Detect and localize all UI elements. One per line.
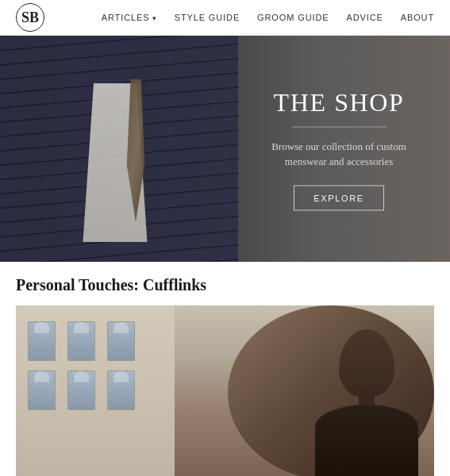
hero-title: THE SHOP <box>252 87 426 117</box>
window-2 <box>67 321 95 361</box>
site-header: SB ARTICLES STYLE GUIDE GROOM GUIDE ADVI… <box>0 0 450 36</box>
article-image[interactable] <box>16 305 434 476</box>
hero-banner: THE SHOP Browse our collection of custom… <box>0 36 450 262</box>
man-shoulders <box>315 405 418 476</box>
nav-style-guide[interactable]: STYLE GUIDE <box>175 13 240 22</box>
building-background <box>16 305 175 476</box>
window-4 <box>28 370 56 410</box>
window-1 <box>28 321 56 361</box>
site-logo[interactable]: SB <box>16 3 44 32</box>
hero-suit-figure <box>0 36 238 262</box>
hero-subtitle: Browse our collection of custom menswear… <box>252 138 426 169</box>
article-heading: Personal Touches: Cufflinks <box>16 276 434 294</box>
window-3 <box>107 321 135 361</box>
nav-about[interactable]: ABOUT <box>401 13 434 22</box>
hero-divider <box>291 126 387 127</box>
nav-articles[interactable]: ARTICLES <box>102 13 157 22</box>
window-6 <box>107 370 135 410</box>
main-nav: ARTICLES STYLE GUIDE GROOM GUIDE ADVICE … <box>102 13 434 22</box>
window-5 <box>67 370 95 410</box>
articles-section: Personal Touches: Cufflinks <box>0 262 450 476</box>
nav-groom-guide[interactable]: GROOM GUIDE <box>257 13 329 22</box>
nav-advice[interactable]: ADVICE <box>346 13 383 22</box>
window-row-1 <box>16 321 175 361</box>
explore-button[interactable]: EXPLORE <box>294 185 384 210</box>
window-row-2 <box>16 370 175 410</box>
hero-content: THE SHOP Browse our collection of custom… <box>252 87 426 210</box>
